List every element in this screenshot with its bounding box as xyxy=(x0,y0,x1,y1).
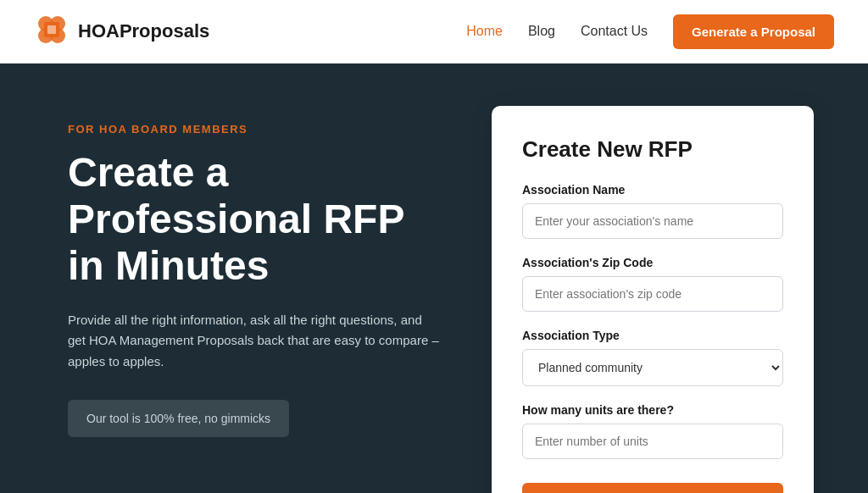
units-label: How many units are there? xyxy=(522,403,783,417)
rfp-form-card: Create New RFP Association Name Associat… xyxy=(492,106,814,493)
association-type-select[interactable]: Planned community Condominium Co-op Othe… xyxy=(522,349,783,386)
hero-description: Provide all the right information, ask a… xyxy=(68,310,441,373)
zip-code-group: Association's Zip Code xyxy=(522,256,783,312)
association-type-label: Association Type xyxy=(522,329,783,342)
hero-section: FOR HOA BOARD MEMBERS Create a Professio… xyxy=(0,64,868,493)
logo: HOAProposals xyxy=(34,12,209,51)
hero-tag: FOR HOA BOARD MEMBERS xyxy=(68,123,441,136)
hero-title: Create a Professional RFP in Minutes xyxy=(68,149,441,290)
nav-contact[interactable]: Contact Us xyxy=(581,24,648,39)
svg-rect-5 xyxy=(47,25,56,34)
nav-home[interactable]: Home xyxy=(466,24,503,39)
form-title: Create New RFP xyxy=(522,136,783,163)
association-name-label: Association Name xyxy=(522,183,783,197)
association-type-group: Association Type Planned community Condo… xyxy=(522,329,783,386)
logo-icon xyxy=(34,12,70,51)
zip-code-input[interactable] xyxy=(522,276,783,312)
nav-generate-button[interactable]: Generate a Proposal xyxy=(673,14,834,49)
hero-content: FOR HOA BOARD MEMBERS Create a Professio… xyxy=(68,114,441,437)
association-name-input[interactable] xyxy=(522,203,783,239)
main-nav: Home Blog Contact Us Generate a Proposal xyxy=(466,14,834,49)
zip-code-label: Association's Zip Code xyxy=(522,256,783,269)
association-name-group: Association Name xyxy=(522,183,783,239)
units-input[interactable] xyxy=(522,424,783,459)
generate-proposal-button[interactable]: GENERATE A PROPOSAL xyxy=(522,483,783,493)
hero-badge: Our tool is 100% free, no gimmicks xyxy=(68,400,289,437)
units-group: How many units are there? xyxy=(522,403,783,459)
nav-blog[interactable]: Blog xyxy=(528,24,555,39)
site-header: HOAProposals Home Blog Contact Us Genera… xyxy=(0,0,868,64)
logo-text: HOAProposals xyxy=(78,20,209,42)
